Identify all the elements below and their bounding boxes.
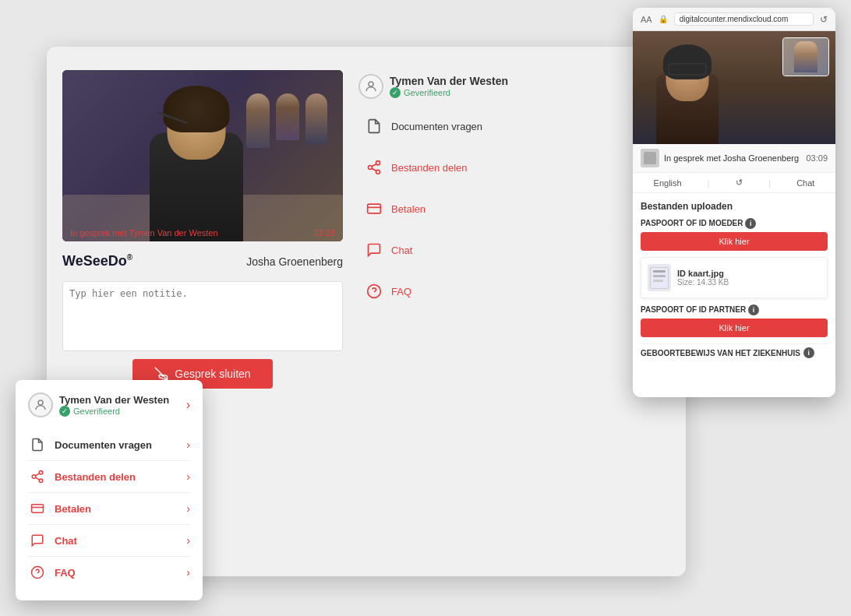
call-status-bar: In gesprek met Josha Groenenberg 03:09 [633,144,835,173]
floating-menu-label-bestanden: Bestanden delen [55,471,178,483]
user-name: Tymen Van der Westen [390,75,660,87]
floating-menu-betalen[interactable]: Betalen › [28,493,190,525]
floating-menu-arrow-betalen: › [186,502,190,515]
svg-point-2 [376,161,380,165]
file-card-idkaart: ID kaart.jpg Size: 14.33 KB [641,257,828,298]
browser-refresh-icon[interactable]: ↺ [820,14,828,25]
call-status-icon [641,149,659,167]
floating-user-header: Tymen Van der Westen ✓ Geverifieerd › [28,392,190,421]
menu-label-chat: Chat [391,245,652,256]
browser-window: AA 🔒 digitalcounter.mendixcloud.com ↺ [633,8,835,397]
menu-label-betalen: Betalen [391,203,652,215]
tab-refresh[interactable]: ↺ [736,178,743,188]
floating-menu-label-betalen: Betalen [55,503,178,515]
browser-video-thumbnail [782,37,829,76]
svg-point-3 [369,166,373,170]
upload-section-partner-label: PASPOORT OF ID PARTNER i [641,304,828,315]
menu-item-documenten[interactable]: Documenten vragen › [358,109,670,144]
svg-point-14 [39,479,43,483]
floating-menu-arrow-documenten: › [186,438,190,451]
floating-menu-arrow-faq: › [186,566,190,579]
floating-faq-icon [28,563,47,582]
floating-card: Tymen Van der Westen ✓ Geverifieerd › Do… [16,380,203,600]
floating-chat-icon [28,531,47,550]
floating-menu-bestanden[interactable]: Bestanden delen › [28,461,190,493]
browser-aa-label: AA [641,15,652,24]
floating-pay-icon [28,499,47,518]
phone-slash-icon [154,367,168,381]
video-label-time: 02:28 [313,228,335,238]
floating-user-name: Tymen Van der Westen [59,394,180,406]
floating-user-chevron-icon[interactable]: › [186,398,190,412]
menu-item-faq[interactable]: FAQ › [358,274,670,309]
tab-english[interactable]: English [654,178,682,188]
floating-menu-chat[interactable]: Chat › [28,525,190,557]
upload-section: Bestanden uploaden PASPOORT OF ID MOEDER… [633,193,835,369]
tab-divider-1: | [708,178,710,188]
floating-menu-faq[interactable]: FAQ › [28,557,190,588]
browser-bar: AA 🔒 digitalcounter.mendixcloud.com ↺ [633,8,835,31]
floating-menu-documenten[interactable]: Documenten vragen › [28,429,190,461]
menu-item-chat[interactable]: Chat › [358,233,670,268]
file-info: ID kaart.jpg Size: 14.33 KB [677,269,821,287]
close-btn-label: Gesprek sluiten [175,368,250,380]
chat-icon [365,241,383,259]
svg-line-5 [372,168,376,171]
browser-video [633,31,835,144]
svg-line-6 [372,164,376,166]
floating-share-icon [28,467,47,486]
svg-line-15 [35,477,39,480]
upload-section-geboorte-label: GEBOORTEBEWIJS VAN HET ZIEKENHUIS i [641,343,828,361]
lock-icon: 🔒 [659,15,668,23]
upload-btn-moeder[interactable]: Klik hier [641,232,828,251]
pay-icon [365,199,383,218]
info-icon-moeder: i [745,218,756,229]
user-info: Tymen Van der Westen ✓ Geverifieerd [390,75,660,98]
agent-name: Josha Groenenberg [246,255,343,268]
file-size: Size: 14.33 KB [677,278,821,287]
floating-menu-label-faq: FAQ [55,567,178,579]
call-time: 03:09 [806,153,828,163]
share-icon [365,158,383,177]
tab-divider-2: | [768,178,771,188]
info-icon-partner: i [748,304,759,315]
svg-line-16 [35,473,39,476]
call-status-text: In gesprek met Josha Groenenberg [664,153,801,163]
info-icon-geboorte: i [803,347,814,358]
verified-badge: ✓ Geverifieerd [390,87,660,98]
upload-section-moeder-label: PASPOORT OF ID MOEDER i [641,218,828,229]
svg-point-13 [32,475,36,479]
file-thumbnail-icon [648,264,671,291]
floating-verified-badge: ✓ Geverifieerd [59,406,180,417]
right-panel: Tymen Van der Westen ✓ Geverifieerd › Do… [358,70,670,561]
floating-user-info: Tymen Van der Westen ✓ Geverifieerd [59,394,180,417]
svg-point-12 [39,471,43,475]
svg-point-4 [376,170,380,174]
menu-label-documenten: Documenten vragen [391,121,652,132]
svg-point-11 [38,400,43,405]
doc-icon [365,117,383,136]
menu-item-betalen[interactable]: Betalen › [358,192,670,227]
avatar [358,74,383,99]
notes-textarea[interactable] [62,281,343,351]
brand-area: WeSeeDo® Josha Groenenberg [62,249,343,273]
svg-rect-7 [368,204,381,213]
user-header: Tymen Van der Westen ✓ Geverifieerd › [358,74,670,103]
floating-check-icon: ✓ [59,406,70,417]
floating-menu-arrow-chat: › [186,534,190,547]
tab-chat[interactable]: Chat [796,178,814,188]
menu-item-bestanden[interactable]: Bestanden delen › [358,150,670,185]
menu-label-bestanden: Bestanden delen [391,162,652,174]
upload-btn-partner[interactable]: Klik hier [641,319,828,337]
floating-doc-icon [28,435,47,454]
floating-menu-label-documenten: Documenten vragen [55,439,178,451]
svg-point-1 [369,82,373,86]
browser-url[interactable]: digitalcounter.mendixcloud.com [674,12,814,26]
floating-avatar [28,392,53,417]
faq-icon [365,282,383,301]
floating-menu-arrow-bestanden: › [186,470,190,483]
brand-name: WeSeeDo® [62,253,132,269]
video-container: In gesprek met Tymen Van der Westen 02:2… [62,70,343,241]
browser-tabs-bar: English | ↺ | Chat [633,173,835,193]
video-label-name: In gesprek met Tymen Van der Westen [70,228,218,238]
